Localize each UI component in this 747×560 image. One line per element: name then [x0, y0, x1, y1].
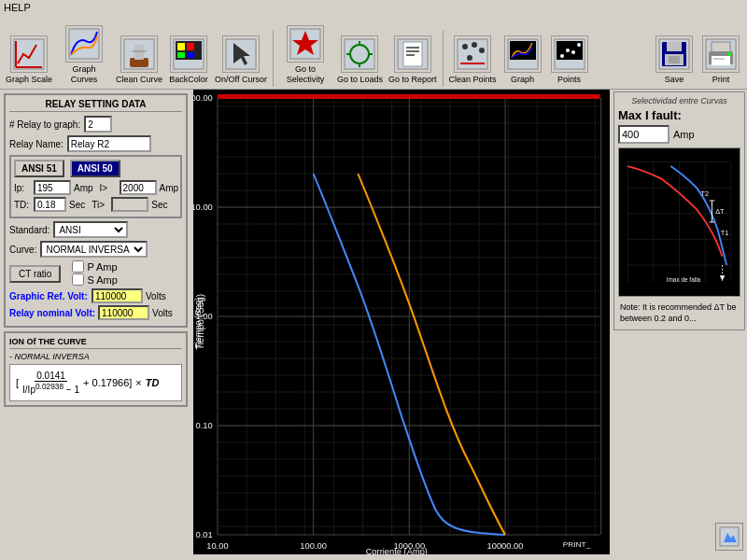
ion-title: ION Of THE CURVE: [9, 337, 182, 349]
formula-close-bracket: ]: [129, 377, 132, 388]
clean-points-icon: [454, 35, 491, 73]
formula-open-bracket: [: [16, 377, 19, 388]
ct-ratio-button[interactable]: CT ratio: [9, 265, 61, 283]
svg-text:100.00: 100.00: [300, 541, 327, 551]
toolbar-go-report[interactable]: Go to Report: [387, 34, 439, 87]
toolbar-graph[interactable]: Graph: [500, 34, 545, 87]
svg-point-41: [571, 50, 575, 54]
graphic-ref-volt-unit: Volts: [146, 291, 166, 301]
svg-point-30: [462, 44, 468, 49]
note-text: Note: It is recommended ΔT be between 0.…: [618, 301, 740, 326]
formula-denominator: I/Ip0.02938 − 1: [21, 382, 81, 395]
ip-label: Ip:: [14, 183, 31, 193]
toolbar-back-color[interactable]: BackColor: [166, 34, 211, 87]
go-loads-label: Go to Loads: [337, 75, 383, 85]
ip-unit: Amp: [74, 183, 93, 193]
onoff-cursor-label: On/Off Cursor: [215, 75, 267, 85]
relay-settings-box: RELAY SETTING DATA # Relay to graph: Rel…: [4, 93, 188, 328]
toolbar-save[interactable]: Save: [652, 34, 697, 87]
td-unit: Sec: [69, 200, 85, 210]
td-input[interactable]: [34, 197, 66, 212]
relay-nominal-volt-label: Relay nominal Volt:: [9, 308, 95, 318]
svg-point-33: [467, 55, 472, 61]
svg-rect-12: [187, 43, 194, 50]
selectividad-box: Selectividad entre Curvas Max I fault: A…: [613, 91, 745, 330]
svg-rect-45: [667, 42, 682, 51]
toolbar-graph-scale[interactable]: + Graph Scale: [4, 34, 54, 87]
standard-select[interactable]: ANSI: [53, 221, 128, 238]
svg-text:T2: T2: [701, 189, 710, 198]
toolbar-clean-points[interactable]: Clean Points: [447, 34, 499, 87]
svg-text:+: +: [14, 42, 18, 48]
p-amp-label: P Amp: [87, 261, 117, 273]
clean-curve-label: Clean Curve: [116, 75, 162, 85]
graph-curves-label: Graph Curves: [58, 64, 110, 85]
curve-select[interactable]: NORMAL INVERSA: [40, 241, 148, 258]
fault-value-input[interactable]: [618, 125, 669, 144]
toolbar-clean-curve[interactable]: Clean Curve: [114, 34, 164, 87]
svg-text:10.00: 10.00: [206, 541, 228, 551]
relay-name-label: Relay Name:: [9, 139, 63, 149]
menu-help[interactable]: HELP: [4, 2, 31, 13]
toolbar-points[interactable]: Points: [547, 34, 592, 87]
svg-text:10.00: 10.00: [193, 203, 213, 212]
i-label: I>: [100, 183, 117, 193]
svg-text:Imax de falla: Imax de falla: [667, 277, 701, 284]
graph-label: Graph: [511, 75, 534, 85]
save-label: Save: [665, 75, 684, 85]
toolbar-onoff-cursor[interactable]: On/Off Cursor: [213, 34, 269, 87]
ion-section: ION Of THE CURVE - NORMAL INVERSA [ 0.01…: [4, 331, 188, 407]
toolbar-graph-curves[interactable]: Graph Curves: [56, 23, 112, 87]
clean-curve-icon: [120, 35, 158, 73]
i-input[interactable]: [120, 180, 157, 195]
svg-text:T1: T1: [721, 229, 729, 237]
print-icon: [702, 35, 740, 73]
points-label: Points: [557, 75, 581, 85]
p-amp-checkbox[interactable]: [72, 260, 84, 273]
svg-rect-14: [187, 52, 194, 58]
formula-multiply: ×: [135, 377, 141, 388]
fault-unit: Amp: [673, 129, 695, 140]
curve-row: Curve: NORMAL INVERSA: [9, 241, 182, 258]
go-report-icon: [394, 35, 431, 73]
curve-name: - NORMAL INVERSA: [9, 352, 182, 361]
mini-graph-svg: T2 ΔT T1 Imax de falla: [619, 148, 740, 296]
ion-formula: [ 0.0141 I/Ip0.02938 − 1 + 0.17966 ] × T…: [9, 364, 182, 401]
graphic-ref-volt-input[interactable]: [92, 288, 143, 303]
svg-rect-54: [193, 90, 610, 554]
formula-plus: + 0.17966: [83, 377, 129, 388]
svg-rect-13: [177, 52, 185, 58]
toolbar-go-selectivity[interactable]: Go to Selectivity: [277, 23, 333, 87]
extra-icon[interactable]: [715, 523, 743, 551]
svg-text:PRINT_: PRINT_: [563, 540, 591, 549]
relay-nominal-volt-unit: Volts: [152, 308, 173, 318]
svg-point-53: [727, 52, 731, 56]
ansi51-button[interactable]: ANSI 51: [14, 160, 64, 177]
menu-bar: HELP: [0, 0, 747, 15]
relay-name-input[interactable]: [67, 135, 151, 152]
graph-scale-label: Graph Scale: [6, 75, 52, 85]
s-amp-checkbox[interactable]: [72, 273, 84, 286]
ti-input[interactable]: [111, 197, 148, 212]
extra-icon-svg: [718, 525, 740, 548]
ansi50-button[interactable]: ANSI 50: [70, 160, 120, 177]
print-label: Print: [712, 75, 730, 85]
toolbar-print[interactable]: Print: [698, 34, 743, 87]
relay-nominal-volt-input[interactable]: [98, 305, 149, 320]
left-panel: RELAY SETTING DATA # Relay to graph: Rel…: [0, 90, 191, 554]
graph-y-label: Tiempo (Seg): [195, 294, 205, 350]
svg-text:0.10: 0.10: [196, 421, 213, 430]
graph-curves-icon: [65, 25, 103, 63]
relay-settings-title: RELAY SETTING DATA: [9, 99, 182, 112]
standard-row: Standard: ANSI: [9, 221, 182, 238]
relay-number-input[interactable]: [84, 116, 112, 133]
td-row: TD: Sec Ti> Sec: [14, 197, 177, 212]
relay-name-row: Relay Name:: [9, 135, 182, 152]
toolbar-sep-1: [273, 31, 274, 87]
td-label: TD:: [14, 200, 31, 210]
graphic-ref-volt-label: Graphic Ref. Volt:: [9, 291, 89, 301]
svg-rect-0: [14, 39, 44, 69]
graph-scale-icon: +: [10, 35, 48, 73]
toolbar-go-loads[interactable]: Go to Loads: [335, 34, 385, 87]
ip-input[interactable]: [34, 180, 71, 195]
